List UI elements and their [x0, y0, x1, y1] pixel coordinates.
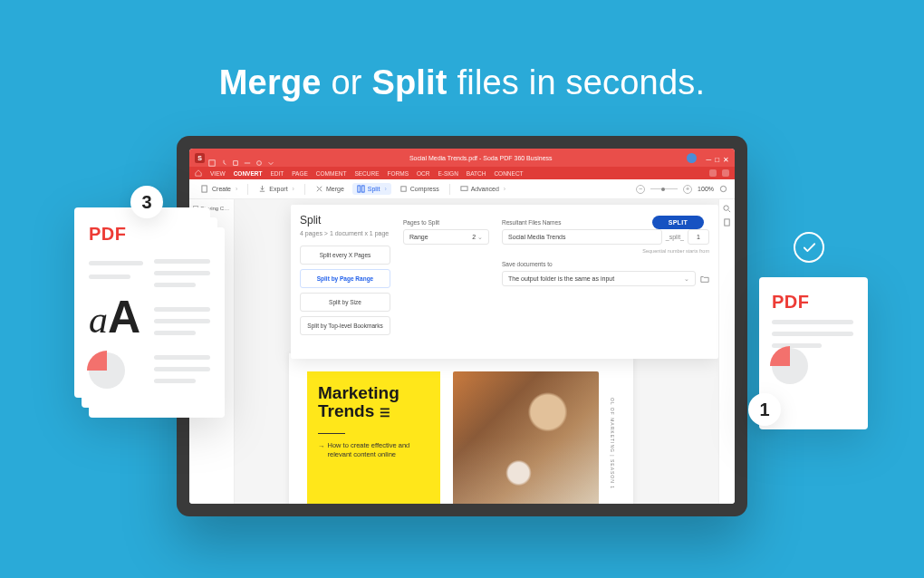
- svg-rect-5: [401, 187, 406, 191]
- tool-export[interactable]: Export›: [254, 183, 299, 195]
- checkmark-icon: [794, 232, 824, 263]
- zoom-fit-icon[interactable]: [719, 185, 727, 193]
- ribbon-tab-connect[interactable]: CONNECT: [494, 170, 523, 177]
- seq-input[interactable]: 1: [688, 229, 709, 245]
- doc-heading: MarketingTrends☰: [318, 384, 429, 420]
- split-subtitle: 4 pages > 1 document x 1 page: [300, 230, 390, 236]
- qa-icon[interactable]: [244, 154, 251, 161]
- qa-icon[interactable]: [232, 154, 239, 161]
- bookmark-icon[interactable]: [723, 218, 731, 226]
- home-icon[interactable]: [195, 169, 202, 177]
- document-page[interactable]: MarketingTrends☰ →How to create effectiv…: [289, 353, 633, 504]
- pie-chart-icon: [772, 348, 808, 384]
- split-opt-page-range[interactable]: Split by Page Range: [300, 269, 390, 288]
- ribbon-tab-secure[interactable]: SECURE: [354, 170, 379, 177]
- svg-point-1: [257, 161, 262, 166]
- split-opt-bookmarks[interactable]: Split by Top-level Bookmarks: [300, 316, 390, 335]
- chevron-down-icon: ⌄: [477, 234, 483, 240]
- app-logo: S: [195, 153, 205, 163]
- zoom-controls[interactable]: − + 100%: [636, 185, 727, 194]
- advanced-icon: [460, 185, 468, 193]
- pdf-label: PDF: [772, 292, 855, 313]
- ribbon-tab-esign[interactable]: E-SIGN: [438, 170, 457, 177]
- convert-toolbar: Create› Export› Merge Split› Compress Ad…: [189, 179, 735, 199]
- pages-to-split-label: Pages to Split: [403, 219, 489, 226]
- headline: Merge or Split files in seconds.: [0, 0, 924, 102]
- svg-rect-3: [358, 186, 361, 192]
- save-folder-select[interactable]: The output folder is the same as input⌄: [502, 271, 696, 286]
- count-badge: 3: [130, 186, 163, 218]
- qa-icon-chevron[interactable]: [267, 154, 274, 161]
- tool-compress[interactable]: Compress: [395, 183, 444, 195]
- result-name-input[interactable]: Social Media Trends: [502, 229, 662, 245]
- tool-split[interactable]: Split›: [352, 183, 391, 195]
- split-panel: Split 4 pages > 1 document x 1 page Spli…: [291, 205, 718, 359]
- qa-icon[interactable]: [208, 154, 216, 161]
- svg-point-8: [724, 206, 728, 210]
- pdf-sheet: PDF aA: [74, 207, 210, 398]
- zoom-in-button[interactable]: +: [683, 185, 692, 194]
- create-icon: [201, 185, 209, 193]
- doc-yellow-panel: MarketingTrends☰ →How to create effectiv…: [307, 371, 440, 504]
- ribbon-tabs: VIEW CONVERT EDIT PAGE COMMENT SECURE FO…: [189, 167, 735, 179]
- app-screen: S Social Media Trends.pdf - Soda PDF 360…: [189, 149, 735, 504]
- browse-folder-button[interactable]: [699, 274, 709, 284]
- range-select-label: Range: [409, 234, 428, 240]
- doc-subtitle: →How to create effective and relevant co…: [318, 441, 429, 460]
- seq-note: Sequential number starts from: [502, 248, 709, 254]
- pie-chart-icon: [89, 352, 125, 389]
- chevron-down-icon: ⌄: [684, 275, 689, 283]
- zoom-out-button[interactable]: −: [636, 185, 645, 194]
- tool-merge[interactable]: Merge: [311, 183, 349, 195]
- ribbon-help-icon[interactable]: [709, 169, 717, 177]
- typography-icon: aA: [89, 299, 143, 336]
- zoom-value: 100%: [698, 186, 714, 192]
- svg-rect-9: [725, 219, 729, 226]
- ribbon-tab-view[interactable]: VIEW: [210, 170, 226, 177]
- split-opt-size[interactable]: Split by Size: [300, 293, 390, 312]
- pdf-label: PDF: [89, 224, 196, 245]
- suffix-label: _split_: [666, 234, 684, 240]
- doc-photo: [453, 371, 599, 504]
- maximize-icon: □: [715, 156, 719, 164]
- minimize-icon: ─: [706, 156, 711, 164]
- tool-advanced[interactable]: Advanced›: [456, 183, 510, 195]
- laptop-frame: S Social Media Trends.pdf - Soda PDF 360…: [177, 136, 747, 516]
- svg-rect-2: [202, 186, 207, 192]
- svg-rect-6: [461, 187, 467, 191]
- ribbon-tab-edit[interactable]: EDIT: [270, 170, 284, 177]
- main-area: MarketingTrends☰ →How to create effectiv…: [235, 199, 718, 504]
- divider: [318, 433, 345, 434]
- menu-icon: ☰: [380, 407, 390, 419]
- user-avatar[interactable]: [687, 153, 697, 163]
- export-icon: [258, 185, 266, 193]
- count-badge: 1: [748, 393, 781, 426]
- split-title: Split: [300, 214, 390, 226]
- split-button[interactable]: SPLIT: [652, 216, 704, 229]
- ribbon-tab-page[interactable]: PAGE: [292, 170, 308, 177]
- right-sidebar-icons: [718, 199, 735, 504]
- ribbon-tab-ocr[interactable]: OCR: [417, 170, 429, 177]
- zoom-slider[interactable]: [650, 188, 678, 189]
- compress-icon: [399, 185, 408, 193]
- doc-sidebar-text: OL OF MARKETING | SEASON 1: [606, 371, 615, 504]
- range-select[interactable]: Range 2 ⌄: [403, 229, 489, 245]
- window-controls[interactable]: ─□✕: [702, 149, 729, 166]
- quick-access-icons[interactable]: [208, 154, 274, 161]
- search-icon[interactable]: [723, 205, 731, 213]
- window-title: Social Media Trends.pdf - Soda PDF 360 B…: [278, 155, 683, 161]
- ribbon-tab-batch[interactable]: BATCH: [467, 170, 486, 177]
- svg-point-7: [720, 186, 726, 191]
- ribbon-tab-comment[interactable]: COMMENT: [316, 170, 347, 177]
- ribbon-tab-forms[interactable]: FORMS: [388, 170, 409, 177]
- workspace: Staying Conne MarketingTrends☰ →How to c…: [189, 199, 735, 504]
- qa-icon[interactable]: [255, 154, 263, 161]
- save-to-label: Save documents to: [502, 261, 709, 267]
- ribbon-tab-convert[interactable]: CONVERT: [234, 170, 263, 177]
- qa-icon[interactable]: [220, 154, 227, 161]
- ribbon-settings-icon[interactable]: [722, 169, 729, 177]
- svg-rect-4: [361, 186, 364, 192]
- tool-create[interactable]: Create›: [197, 183, 242, 195]
- close-icon: ✕: [723, 156, 729, 164]
- split-opt-every-x[interactable]: Split every X Pages: [300, 246, 390, 265]
